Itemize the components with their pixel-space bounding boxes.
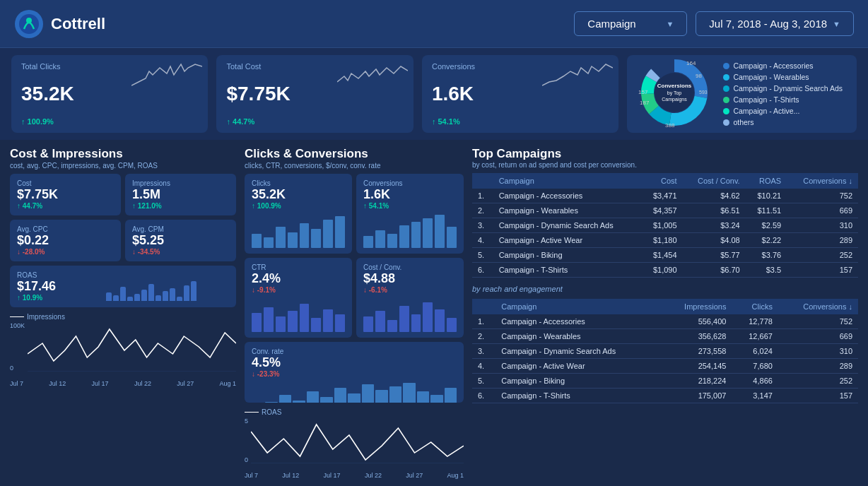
conv-rate-bar-12: [403, 383, 415, 403]
table-row: 6.Campaign - T-Shirts$1,090$6.70$3.5157: [472, 263, 858, 278]
conv-bars: [363, 213, 457, 248]
cost-conv-metric-card: Cost / Conv. $4.88 ↓ -6.1%: [356, 258, 464, 338]
cost-label: Cost: [17, 179, 114, 187]
total-clicks-card: Total Clicks 35.2K ↑ 100.9%: [11, 55, 208, 133]
donut-chart: Conversions by Top Campaigns 164 98 157 …: [635, 54, 713, 131]
cost-table-body: 1.Campaign - Accessories$3,471$4.62$10.2…: [472, 189, 858, 278]
svg-point-2: [26, 18, 32, 23]
x-label-jul27: Jul 27: [177, 380, 194, 387]
reach-section-header: by reach and engagement: [472, 282, 858, 295]
roas-change: ↑ 10.9%: [17, 294, 99, 302]
roas-bar-13: [191, 281, 197, 301]
conv-rate-bar-3: [279, 395, 291, 403]
cost-conv-bar-2: [375, 311, 385, 332]
roas-chart: ROAS 5 0 Jul 7 Jul 12 Jul 17 Jul 22 Jul …: [245, 408, 464, 479]
x-label-jul17: Jul 17: [92, 380, 109, 387]
impressions-label: Impressions: [132, 179, 229, 187]
legend-dot-tshirts: [723, 97, 729, 103]
chart-line-indicator: [10, 316, 24, 318]
conv-bar-7: [435, 215, 445, 249]
roas-bar-7: [148, 284, 154, 301]
click-bar-6: [311, 229, 321, 249]
reach-table-body: 1.Campaign - Accessories556,40012,778752…: [472, 314, 858, 403]
roas-card: ROAS $17.46 ↑ 10.9%: [10, 266, 236, 307]
legend-others: others: [723, 118, 843, 126]
legend-accessories: Campaign - Accessories: [723, 61, 843, 70]
header-controls: Campaign ▼ Jul 7, 2018 - Aug 3, 2018 ▼: [574, 11, 854, 36]
impressions-change: ↑ 121.0%: [132, 202, 229, 210]
roas-bar-1: [106, 292, 112, 301]
impressions-chart: Impressions 100K 0 Jul 7 Jul 12 Jul 17 J…: [10, 313, 236, 384]
col-campaign: Campaign: [493, 173, 642, 189]
conv-rate-bar-13: [417, 391, 429, 403]
clicks-conversions-heading: Clicks & Conversions: [245, 147, 464, 161]
clicks-metric-label: Clicks: [252, 179, 345, 187]
roas-bar-10: [170, 288, 175, 301]
cost-impressions-heading: Cost & Impressions: [10, 147, 236, 161]
conversions-card: Conversions 1.6K ↑ 54.1%: [422, 55, 618, 133]
click-bar-3: [276, 227, 286, 248]
table-row: 6.Campaign - T-Shirts175,0073,147157: [472, 389, 858, 403]
clicks-conversions-title-area: Clicks & Conversions clicks, CTR, conver…: [245, 147, 464, 170]
legend-tshirts: Campaign - T-Shirts: [723, 95, 843, 104]
click-bar-4: [288, 232, 298, 249]
table-row: 1.Campaign - Accessories556,40012,778752: [472, 314, 858, 329]
logo-icon: [14, 9, 44, 39]
ctr-bar-6: [311, 318, 321, 332]
roas-x-jul7: Jul 7: [245, 472, 258, 479]
svg-text:Campaigns: Campaigns: [662, 97, 688, 102]
cost-impressions-subtitle: cost, avg. CPC, impressions, avg. CPM, R…: [10, 162, 236, 170]
roas-chart-label: ROAS: [245, 408, 464, 416]
roas-value: $17.46: [17, 279, 99, 294]
roas-bar-3: [120, 287, 126, 301]
click-bar-2: [264, 237, 274, 248]
donut-legend: Campaign - Accessories Campaign - Wearab…: [723, 61, 843, 126]
legend-dot-dsa: [723, 85, 729, 92]
cost-conv-bar-1: [363, 316, 373, 333]
roas-x-aug1: Aug 1: [447, 472, 464, 479]
reach-table-header: Campaign Impressions Clicks Conversions …: [472, 299, 858, 314]
conv-rate-bar-2: [265, 402, 277, 403]
impressions-y-axis: 100K 0: [10, 322, 25, 372]
roas-x-jul22: Jul 22: [365, 472, 382, 479]
roas-bar-chart: [106, 273, 229, 301]
avg-cpc-metric: Avg. CPC $0.22 ↓ -28.0%: [10, 220, 121, 261]
impressions-metric: Impressions 1.5M ↑ 121.0%: [125, 174, 236, 215]
roas-bar-8: [156, 295, 161, 301]
svg-text:98: 98: [696, 73, 702, 79]
legend-label-accessories: Campaign - Accessories: [733, 61, 813, 70]
reach-col-campaign: Campaign: [495, 299, 662, 314]
svg-text:157: 157: [638, 89, 648, 95]
reach-campaign-table: Campaign Impressions Clicks Conversions …: [472, 299, 858, 403]
table-row: 2.Campaign - Wearables356,62812,667669: [472, 329, 858, 344]
ctr-bar-3: [276, 316, 286, 333]
click-bar-5: [300, 223, 310, 248]
clicks-metric-change: ↑ 100.9%: [252, 202, 345, 210]
legend-dot-activewear: [723, 108, 729, 114]
roas-info: ROAS $17.46 ↑ 10.9%: [17, 271, 99, 302]
x-label-jul12: Jul 12: [49, 380, 66, 387]
conv-bar-4: [399, 225, 409, 249]
table-row: 3.Campaign - Dynamic Search Ads$1,005$3.…: [472, 218, 858, 233]
table-row: 5.Campaign - Biking218,2244,866252: [472, 374, 858, 389]
date-range-dropdown[interactable]: Jul 7, 2018 - Aug 3, 2018 ▼: [696, 11, 854, 36]
col-num: [472, 173, 493, 189]
svg-text:187: 187: [640, 100, 650, 106]
avg-cpc-value: $0.22: [17, 233, 114, 248]
conv-bar-2: [375, 230, 385, 248]
conv-rate-value: 4.5%: [252, 355, 457, 370]
conv-rate-bar-5: [307, 391, 319, 403]
legend-activewear: Campaign - Active...: [723, 107, 843, 115]
total-cost-change: ↑ 44.7%: [226, 117, 403, 126]
legend-dsa: Campaign - Dynamic Search Ads: [723, 84, 843, 93]
campaign-dropdown-label: Campaign: [587, 18, 635, 30]
campaign-dropdown[interactable]: Campaign ▼: [574, 11, 687, 36]
conv-rate-bar-14: [430, 395, 442, 403]
x-label-jul22: Jul 22: [134, 380, 151, 387]
avg-cpm-change: ↓ -34.5%: [132, 248, 229, 256]
roas-x-jul17: Jul 17: [324, 472, 341, 479]
cost-conv-metric-change: ↓ -6.1%: [363, 286, 457, 294]
top-campaigns-panel: Top Campaigns by cost, return on ad spen…: [472, 147, 858, 479]
table-row: 3.Campaign - Dynamic Search Ads273,5586,…: [472, 344, 858, 359]
clicks-conversions-subtitle: clicks, CTR, conversions, $/conv, conv. …: [245, 162, 464, 170]
